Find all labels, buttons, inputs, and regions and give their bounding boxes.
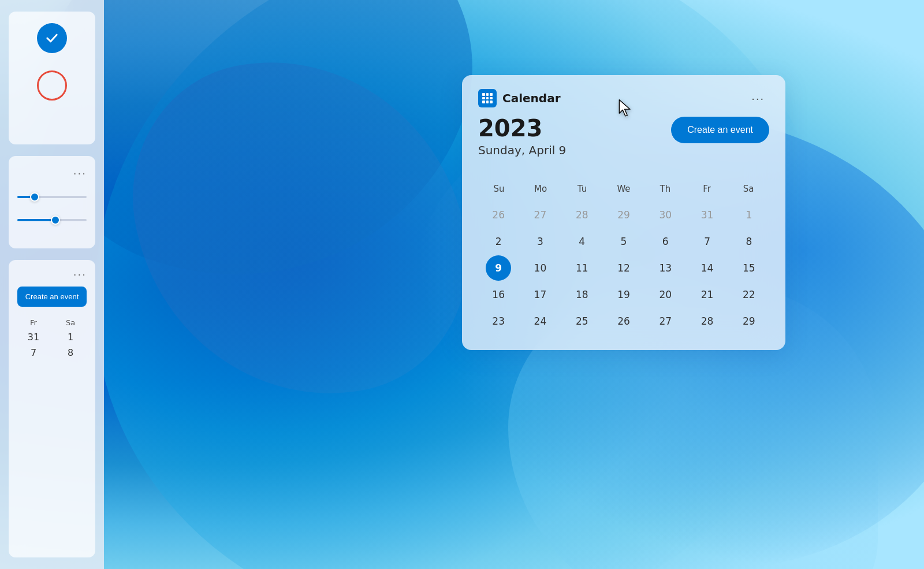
cal-day-11[interactable]: 11 [569, 255, 595, 281]
calendar-mini-widget: ··· Create an event Fr Sa 31 1 7 8 [9, 260, 95, 557]
cal-day-20[interactable]: 20 [653, 282, 678, 307]
left-panel: ··· ··· Create an event Fr Sa 31 1 7 8 [0, 0, 104, 569]
header-th: Th [644, 180, 686, 198]
mini-widget-menu[interactable]: ··· [17, 269, 87, 281]
create-event-button-mini[interactable]: Create an event [17, 287, 87, 307]
cal-day-10[interactable]: 10 [527, 255, 553, 281]
cal-day-28[interactable]: 28 [695, 308, 720, 334]
header-mo: Mo [520, 180, 561, 198]
calendar-top-section: 2023 Sunday, April 9 Create an event [478, 117, 769, 169]
header-tu: Tu [561, 180, 603, 198]
completed-task-icon[interactable] [37, 23, 67, 53]
mini-day-header-fr: Fr [17, 318, 50, 327]
header-sa: Sa [728, 180, 769, 198]
cal-day-14[interactable]: 14 [695, 255, 720, 281]
cal-day-22[interactable]: 22 [736, 282, 762, 307]
calendar-more-button[interactable]: ··· [747, 90, 769, 107]
calendar-app-name: Calendar [502, 91, 561, 105]
cal-day-29-prev[interactable]: 29 [611, 202, 636, 228]
cal-day-7[interactable]: 7 [695, 229, 720, 254]
cal-day-26-prev[interactable]: 26 [486, 202, 511, 228]
cal-day-5[interactable]: 5 [611, 229, 636, 254]
slider-1-thumb[interactable] [30, 192, 39, 202]
cal-day-29[interactable]: 29 [736, 308, 762, 334]
cal-day-1-prev[interactable]: 1 [736, 202, 762, 228]
header-su: Su [478, 180, 520, 198]
cal-day-9-today[interactable]: 9 [486, 255, 511, 281]
calendar-widget: Calendar ··· 2023 Sunday, April 9 Create… [462, 75, 785, 350]
calendar-app-header: Calendar ··· [478, 89, 769, 107]
header-fr: Fr [686, 180, 728, 198]
mini-day-header-sa: Sa [54, 318, 87, 327]
cal-day-2[interactable]: 2 [486, 229, 511, 254]
cal-day-6[interactable]: 6 [653, 229, 678, 254]
cal-day-3[interactable]: 3 [527, 229, 553, 254]
calendar-grid-icon [482, 93, 493, 103]
mini-calendar-days: Fr Sa 31 1 7 8 [17, 318, 87, 358]
calendar-date: Sunday, April 9 [478, 143, 566, 157]
cal-day-30-prev[interactable]: 30 [653, 202, 678, 228]
header-we: We [603, 180, 644, 198]
calendar-app-icon [478, 89, 497, 107]
calendar-grid: Su Mo Tu We Th Fr Sa 26 27 28 29 30 31 1… [478, 180, 769, 334]
cal-day-18[interactable]: 18 [569, 282, 595, 307]
calendar-year-date: 2023 Sunday, April 9 [478, 117, 566, 169]
cal-day-28-prev[interactable]: 28 [569, 202, 595, 228]
task-widget [9, 12, 95, 144]
cal-day-24[interactable]: 24 [527, 308, 553, 334]
cal-day-21[interactable]: 21 [695, 282, 720, 307]
calendar-year: 2023 [478, 117, 566, 140]
mini-day-8[interactable]: 8 [54, 347, 87, 358]
checkmark-icon [44, 30, 60, 46]
calendar-day-headers: Su Mo Tu We Th Fr Sa [478, 180, 769, 198]
cal-day-27[interactable]: 27 [653, 308, 678, 334]
slider-widget-menu[interactable]: ··· [17, 168, 87, 180]
cal-day-4[interactable]: 4 [569, 229, 595, 254]
cal-day-8[interactable]: 8 [736, 229, 762, 254]
mini-day-7[interactable]: 7 [17, 347, 50, 358]
mini-day-31[interactable]: 31 [17, 332, 50, 343]
create-event-button[interactable]: Create an event [671, 117, 769, 143]
cal-day-12[interactable]: 12 [611, 255, 636, 281]
cal-day-17[interactable]: 17 [527, 282, 553, 307]
cal-day-27-prev[interactable]: 27 [527, 202, 553, 228]
cal-day-26[interactable]: 26 [611, 308, 636, 334]
calendar-title-row: Calendar [478, 89, 561, 107]
cal-day-19[interactable]: 19 [611, 282, 636, 307]
slider-2[interactable] [17, 214, 87, 226]
slider-2-fill [17, 219, 55, 221]
slider-1[interactable] [17, 191, 87, 203]
cal-day-16[interactable]: 16 [486, 282, 511, 307]
cal-day-25[interactable]: 25 [569, 308, 595, 334]
cal-day-23[interactable]: 23 [486, 308, 511, 334]
cal-day-31-prev[interactable]: 31 [695, 202, 720, 228]
pending-task-icon[interactable] [37, 70, 67, 101]
calendar-grid-body: 26 27 28 29 30 31 1 2 3 4 5 6 7 8 9 10 1… [478, 202, 769, 334]
slider-2-thumb[interactable] [51, 215, 60, 225]
mini-day-1[interactable]: 1 [54, 332, 87, 343]
cal-day-13[interactable]: 13 [653, 255, 678, 281]
cal-day-15[interactable]: 15 [736, 255, 762, 281]
sliders-widget: ··· [9, 156, 95, 248]
